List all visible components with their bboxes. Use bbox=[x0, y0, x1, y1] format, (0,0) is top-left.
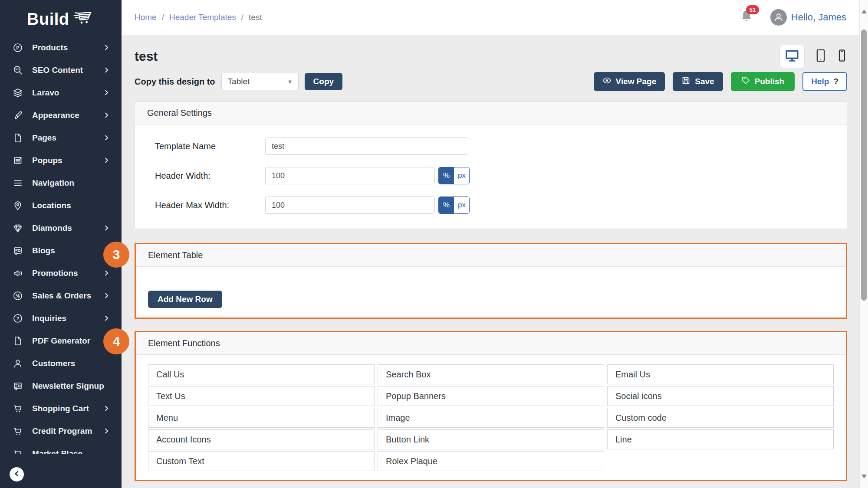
scrollbar-thumb[interactable] bbox=[861, 29, 867, 301]
publish-button[interactable]: Publish bbox=[731, 72, 795, 91]
chevron-right-icon bbox=[103, 292, 110, 299]
sidebar-item-laravo[interactable]: Laravo bbox=[0, 82, 122, 104]
sidebar-item-products[interactable]: PProducts bbox=[0, 36, 122, 59]
save-label: Save bbox=[695, 77, 714, 86]
brand-name: Build bbox=[27, 10, 69, 29]
sidebar-item-newsletter-signup[interactable]: Newsletter Signup bbox=[0, 375, 122, 397]
sidebar-item-label: Blogs bbox=[32, 246, 103, 255]
template-name-input[interactable] bbox=[265, 138, 468, 155]
sidebar-item-popups[interactable]: Popups bbox=[0, 149, 122, 172]
publish-label: Publish bbox=[755, 77, 785, 86]
sidebar-collapse-button[interactable] bbox=[10, 467, 24, 481]
function-item-menu[interactable]: Menu bbox=[148, 408, 375, 428]
header-max-width-input[interactable] bbox=[265, 197, 435, 214]
toolbar-right: View Page Save Publish Help ? bbox=[594, 72, 847, 91]
function-item-button-link[interactable]: Button Link bbox=[378, 429, 604, 449]
help-button[interactable]: Help ? bbox=[802, 72, 847, 91]
breadcrumb-item-test: test bbox=[249, 13, 262, 22]
sidebar-item-appearance[interactable]: Appearance bbox=[0, 104, 122, 127]
sidebar-item-inquiries[interactable]: ?Inquiries bbox=[0, 307, 122, 330]
function-item-popup-banners[interactable]: Popup Banners bbox=[378, 386, 604, 406]
function-item-text-us[interactable]: Text Us bbox=[148, 386, 375, 406]
scroll-down-arrow[interactable] bbox=[861, 475, 867, 478]
topbar: Home/Header Templates/test 51 Hello, Jam… bbox=[122, 0, 859, 35]
sidebar-item-label: PDF Generator bbox=[32, 336, 103, 346]
function-item-rolex-plaque[interactable]: Rolex Plaque bbox=[378, 451, 604, 471]
svg-text:P: P bbox=[16, 45, 19, 50]
notifications-button[interactable]: 51 bbox=[740, 10, 753, 25]
device-mobile-button[interactable] bbox=[837, 48, 847, 65]
sidebar-item-label: Pages bbox=[32, 133, 103, 143]
add-new-row-button[interactable]: Add New Row bbox=[148, 291, 222, 308]
sidebar-item-blogs[interactable]: Blogs bbox=[0, 239, 122, 262]
sidebar-item-diamonds[interactable]: Diamonds bbox=[0, 217, 122, 239]
breadcrumb-separator: / bbox=[162, 13, 164, 22]
sidebar-item-label: Newsletter Signup bbox=[32, 381, 104, 391]
function-item-social-icons[interactable]: Social icons bbox=[607, 386, 834, 406]
unit-px-button[interactable]: px bbox=[454, 197, 469, 213]
blog-icon bbox=[12, 380, 23, 392]
chevron-right-icon bbox=[103, 134, 110, 141]
copy-design-label: Copy this design to bbox=[135, 77, 215, 87]
unit-px-button[interactable]: px bbox=[454, 167, 469, 184]
question-icon: ? bbox=[12, 313, 23, 324]
function-item-line[interactable]: Line bbox=[607, 429, 834, 449]
breadcrumb-item-header-templates[interactable]: Header Templates bbox=[169, 13, 236, 22]
products-icon: P bbox=[12, 42, 23, 53]
unit-percent-button[interactable]: % bbox=[439, 167, 454, 184]
svg-text:?: ? bbox=[16, 316, 20, 321]
cart-icon bbox=[12, 448, 23, 454]
sidebar-item-label: Products bbox=[32, 43, 103, 52]
element-functions-grid: Call UsSearch BoxEmail UsText UsPopup Ba… bbox=[148, 364, 834, 471]
layers-icon bbox=[12, 87, 23, 98]
function-item-account-icons[interactable]: Account Icons bbox=[148, 429, 375, 449]
help-label: Help bbox=[811, 77, 829, 86]
sidebar-item-label: Locations bbox=[32, 201, 103, 210]
function-item-image[interactable]: Image bbox=[378, 408, 604, 428]
breadcrumb-item-home[interactable]: Home bbox=[135, 13, 157, 22]
page-title: test bbox=[135, 49, 158, 64]
function-item-call-us[interactable]: Call Us bbox=[148, 364, 375, 384]
bell-icon bbox=[740, 17, 753, 25]
brand-logo[interactable]: Build bbox=[0, 0, 122, 36]
svg-text:%: % bbox=[16, 293, 20, 298]
copy-target-select[interactable]: Tablet ▼ bbox=[221, 73, 299, 90]
cart-icon bbox=[12, 426, 23, 437]
device-desktop-button[interactable] bbox=[779, 45, 805, 68]
sidebar-item-market-place[interactable]: Market Place bbox=[0, 442, 122, 454]
sidebar-item-seo-content[interactable]: SEOSEO Content bbox=[0, 59, 122, 82]
mobile-icon bbox=[837, 48, 847, 65]
sidebar-item-pages[interactable]: Pages bbox=[0, 127, 122, 149]
blog-icon bbox=[12, 245, 23, 256]
scroll-up-arrow[interactable] bbox=[861, 10, 867, 13]
sidebar-item-promotions[interactable]: Promotions bbox=[0, 262, 122, 285]
view-page-button[interactable]: View Page bbox=[594, 72, 665, 91]
sidebar-item-shopping-cart[interactable]: Shopping Cart bbox=[0, 397, 122, 420]
header-width-input[interactable] bbox=[265, 167, 435, 184]
copy-button[interactable]: Copy bbox=[305, 73, 343, 90]
sidebar-item-locations[interactable]: Locations bbox=[0, 194, 122, 217]
sidebar-item-customers[interactable]: Customers bbox=[0, 352, 122, 375]
page-icon bbox=[12, 335, 23, 347]
avatar bbox=[770, 9, 787, 26]
scrollbar bbox=[859, 0, 868, 488]
template-name-label: Template Name bbox=[155, 141, 265, 151]
sidebar-item-sales-orders[interactable]: %Sales & Orders bbox=[0, 285, 122, 307]
sidebar-item-navigation[interactable]: Navigation bbox=[0, 172, 122, 194]
sidebar-item-label: Promotions bbox=[32, 269, 103, 278]
sidebar-item-credit-program[interactable]: Credit Program bbox=[0, 420, 122, 442]
user-menu[interactable]: Hello, James bbox=[770, 9, 846, 26]
chevron-right-icon bbox=[103, 270, 110, 277]
question-mark-icon: ? bbox=[833, 77, 838, 86]
unit-percent-button[interactable]: % bbox=[439, 197, 454, 213]
function-item-search-box[interactable]: Search Box bbox=[378, 364, 604, 384]
chevron-right-icon bbox=[103, 44, 110, 51]
device-tablet-button[interactable] bbox=[814, 48, 827, 65]
seo-icon: SEO bbox=[12, 65, 23, 76]
save-button[interactable]: Save bbox=[673, 72, 723, 91]
function-item-custom-code[interactable]: Custom code bbox=[607, 408, 834, 428]
sidebar-item-label: Sales & Orders bbox=[32, 291, 103, 301]
function-item-custom-text[interactable]: Custom Text bbox=[148, 451, 375, 471]
function-item-email-us[interactable]: Email Us bbox=[607, 364, 834, 384]
chevron-right-icon bbox=[103, 89, 110, 96]
